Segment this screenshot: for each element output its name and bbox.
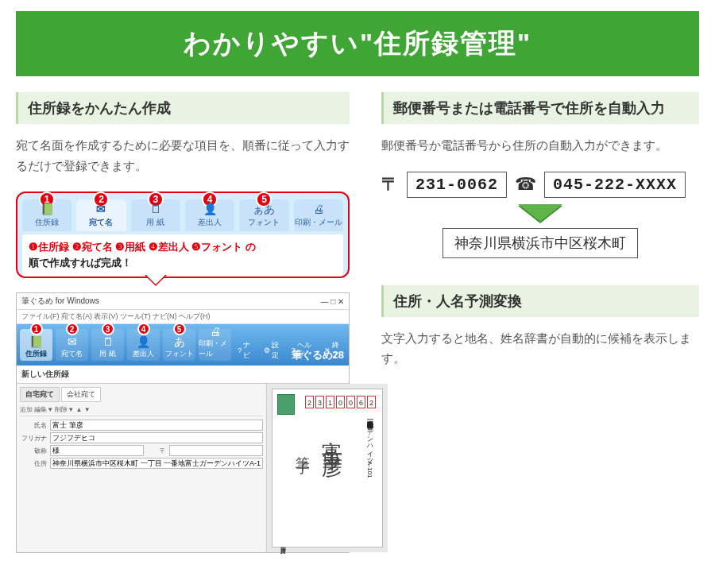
- lookup-row: 〒 231-0062 ☎ 045-222-XXXX: [381, 172, 699, 198]
- app-menubar[interactable]: ファイル(F) 宛て名(A) 表示(V) ツール(T) ナビ(N) ヘルプ(H): [17, 310, 349, 324]
- workflow-step-print[interactable]: 🖨 印刷・メール: [294, 199, 343, 231]
- preview-name-main: 富士筆彦: [318, 424, 346, 443]
- right-body-2: 文字入力すると地名、姓名辞書が自動的に候補を表示します。: [381, 328, 699, 369]
- preview-zip: 2310062: [305, 396, 376, 408]
- workflow-step-sender[interactable]: 4 👤 差出人: [185, 199, 234, 231]
- left-body: 宛て名面を作成するために必要な項目を、順番に従って入力するだけで登録できます。: [16, 135, 350, 176]
- app-brand: 筆ぐるめ28: [292, 348, 344, 362]
- app-window: 筆ぐるめ for Windows — □ ✕ ファイル(F) 宛て名(A) 表示…: [16, 292, 350, 553]
- workflow-step-addressbook[interactable]: 1 📗 住所録: [22, 199, 72, 231]
- addressbook-title: 新しい住所録: [17, 366, 349, 384]
- record-editor: 自宅宛て 会社宛て 追加 編集▼ 削除▼ ▲ ▼ 氏名 フリガナ 敬称 〒 住所: [17, 384, 267, 552]
- ribbon-atena[interactable]: 2✉ 宛て名: [56, 329, 88, 361]
- phone-icon: ☎: [515, 174, 536, 195]
- nav-button: ? ナビ: [238, 340, 257, 361]
- app-ribbon: 1📗 住所録 2✉ 宛て名 3🗒 用 紙 4👤 差出人 5あ フォント 🖨 印刷…: [17, 324, 349, 366]
- settings-button: ⚙ 設定: [264, 340, 285, 361]
- hero-banner: わかりやすい"住所録管理": [16, 11, 699, 76]
- ribbon-print[interactable]: 🖨 印刷・メール: [199, 329, 231, 361]
- tab-work-address[interactable]: 会社宛て: [61, 387, 101, 402]
- workflow-callout: 1 📗 住所録 2 ✉ 宛て名 3 🗒 用 紙 4 👤 差出人: [16, 191, 350, 278]
- ribbon-font[interactable]: 5あ フォント: [163, 329, 195, 361]
- paper-icon: 🗒: [131, 203, 180, 215]
- preview-from: 筆宮 謹賀: [279, 542, 287, 544]
- person-icon: 👤: [137, 336, 150, 347]
- left-subheading: 住所録をかんたん作成: [16, 92, 350, 124]
- font-icon: ぁあ: [239, 203, 288, 217]
- book-icon: 📗: [22, 203, 72, 215]
- name-field[interactable]: [50, 420, 263, 431]
- workflow-step-paper[interactable]: 3 🗒 用 紙: [131, 199, 180, 231]
- hero-title: わかりやすい"住所録管理": [184, 28, 531, 58]
- envelope-icon: ✉: [76, 203, 126, 215]
- postal-mark-icon: 〒: [381, 172, 399, 196]
- kana-field[interactable]: [50, 432, 263, 443]
- zip-field[interactable]: [169, 445, 263, 456]
- stamp-icon: [277, 394, 295, 415]
- printer-icon: 🖨: [294, 203, 343, 215]
- book-icon: 📗: [29, 336, 43, 347]
- app-title: 筆ぐるめ for Windows: [21, 296, 99, 307]
- arrow-down-icon: [518, 204, 562, 222]
- phone-number-box[interactable]: 045-222-XXXX: [544, 172, 686, 198]
- workflow-step-atena[interactable]: 2 ✉ 宛て名: [76, 199, 126, 231]
- person-icon: 👤: [185, 203, 234, 215]
- postal-code-box[interactable]: 231-0062: [407, 172, 507, 198]
- paper-icon: 🗒: [102, 336, 114, 347]
- right-subheading-2: 住所・人名予測変換: [381, 285, 699, 317]
- workflow-step-font[interactable]: 5 ぁあ フォント: [239, 199, 288, 231]
- right-subheading-1: 郵便番号または電話番号で住所を自動入力: [381, 92, 699, 124]
- envelope-icon: ✉: [68, 336, 77, 347]
- ribbon-paper[interactable]: 3🗒 用 紙: [91, 329, 124, 361]
- preview-name-sub: 筆子: [293, 445, 312, 455]
- record-toolbar[interactable]: 追加 編集▼ 削除▼ ▲ ▼: [20, 404, 263, 416]
- postcard-preview: 2310062 神奈川県横浜市中区桜木町一丁目一番地 富士ガーデンハイツA-10…: [267, 384, 388, 552]
- workflow-caption: ❶住所録 ❷宛て名 ❸用紙 ❹差出人 ❺フォント の 順で作成すれば完成！: [22, 234, 343, 277]
- ribbon-addressbook[interactable]: 1📗 住所録: [20, 329, 52, 361]
- right-body-1: 郵便番号か電話番号から住所の自動入力ができます。: [381, 135, 699, 156]
- font-icon: あ: [174, 336, 185, 347]
- printer-icon: 🖨: [210, 326, 221, 337]
- resolved-address-box: 神奈川県横浜市中区桜木町: [443, 228, 638, 258]
- tab-home-address[interactable]: 自宅宛て: [20, 387, 60, 402]
- window-controls[interactable]: — □ ✕: [320, 297, 344, 306]
- address-field[interactable]: [50, 458, 263, 469]
- ribbon-sender[interactable]: 4👤 差出人: [127, 329, 160, 361]
- callout-tail-icon: [145, 275, 167, 286]
- preview-address: 神奈川県横浜市中区桜木町一丁目一番地 富士ガーデンハイツA-101: [365, 416, 374, 478]
- suffix-field[interactable]: [50, 445, 144, 456]
